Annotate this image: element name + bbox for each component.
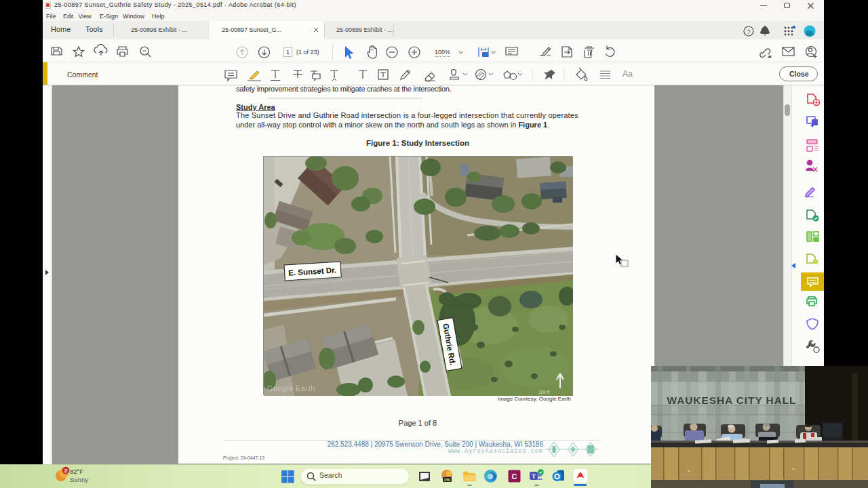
svg-text:?: ? (747, 28, 750, 35)
svg-text:2: 2 (64, 468, 68, 474)
svg-text:100 ft: 100 ft (538, 390, 549, 394)
svg-text:C: C (512, 472, 517, 481)
svg-text:PBI: PBI (444, 478, 451, 482)
svg-text:T: T (532, 473, 536, 480)
svg-text:WAUKESHA CITY HALL: WAUKESHA CITY HALL (667, 394, 796, 406)
svg-text:Google Earth: Google Earth (267, 384, 315, 392)
